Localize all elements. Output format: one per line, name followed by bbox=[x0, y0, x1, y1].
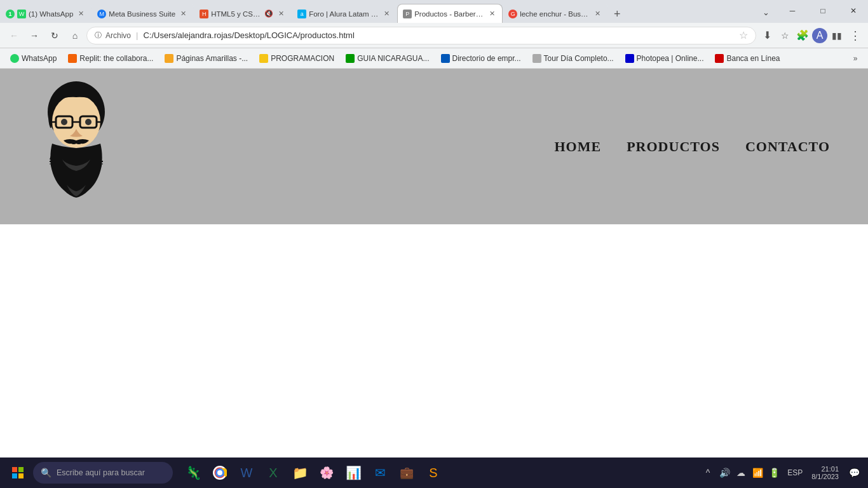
minimize-button[interactable]: ─ bbox=[778, 1, 807, 20]
taskbar-files-icon[interactable]: 📁 bbox=[287, 460, 313, 485]
bookmark-banca[interactable]: Banca en Línea bbox=[710, 53, 785, 64]
chrome-icon bbox=[213, 466, 227, 480]
svg-point-7 bbox=[61, 119, 67, 125]
taskbar-game-icon[interactable]: 🦎 bbox=[180, 460, 206, 485]
address-input[interactable]: ⓘ Archivo | C:/Users/alejandra.rojas/Des… bbox=[86, 27, 756, 44]
tab-productos-close[interactable]: ✕ bbox=[487, 9, 497, 19]
close-button[interactable]: ✕ bbox=[839, 1, 868, 20]
svg-point-20 bbox=[217, 470, 222, 475]
tab-meta-close[interactable]: ✕ bbox=[178, 9, 188, 19]
taskbar-word-icon[interactable]: W bbox=[234, 460, 259, 485]
taskbar-search[interactable]: 🔍 Escribe aquí para buscar bbox=[33, 462, 173, 484]
bookmarks-more-button[interactable]: » bbox=[848, 51, 863, 66]
svg-point-8 bbox=[85, 119, 92, 125]
time-block[interactable]: 21:01 8/1/2023 bbox=[809, 465, 841, 480]
tray-wifi-icon[interactable]: 📶 bbox=[750, 466, 764, 480]
bookmark-paginas[interactable]: Páginas Amarillas -... bbox=[159, 53, 253, 64]
whatsapp-favicon: W bbox=[17, 10, 26, 18]
bk-guia-favicon bbox=[346, 54, 355, 63]
language-label: ESP bbox=[787, 468, 803, 477]
nav-menu: HOME PRODUCTOS CONTACTO bbox=[555, 139, 843, 155]
svg-rect-16 bbox=[12, 473, 17, 478]
bk-tour-favicon bbox=[532, 54, 541, 63]
start-button[interactable] bbox=[5, 460, 31, 485]
bk-whatsapp-label: WhatsApp bbox=[22, 54, 57, 63]
time-display: 21:01 bbox=[821, 465, 839, 473]
search-icon: 🔍 bbox=[41, 468, 51, 478]
tray-battery-icon[interactable]: 🔋 bbox=[767, 466, 781, 480]
taskbar-app5-icon[interactable]: 🌸 bbox=[314, 460, 339, 485]
taskbar-app6-icon[interactable]: 📊 bbox=[341, 460, 366, 485]
taskbar-app7-icon[interactable]: 💼 bbox=[394, 460, 419, 485]
system-tray: ^ 🔊 ☁ 📶 🔋 bbox=[701, 466, 781, 480]
bk-tour-label: Tour Día Completo... bbox=[544, 54, 614, 63]
nav-home[interactable]: HOME bbox=[555, 139, 602, 155]
bk-prog-favicon bbox=[259, 54, 268, 63]
extensions-button[interactable]: 🧩 bbox=[794, 27, 811, 44]
tab-foro-label: Foro | Alura Latam - C... bbox=[309, 10, 379, 18]
tab-leche[interactable]: G leche enchur - Buscar... ✕ bbox=[503, 4, 608, 23]
tab-meta[interactable]: M Meta Business Suite ✕ bbox=[92, 4, 194, 23]
tab-whatsapp-close[interactable]: ✕ bbox=[76, 9, 86, 19]
tab-foro[interactable]: a Foro | Alura Latam - C... ✕ bbox=[292, 4, 397, 23]
bookmark-whatsapp[interactable]: WhatsApp bbox=[5, 53, 62, 64]
maximize-button[interactable]: □ bbox=[808, 1, 837, 20]
bk-replit-label: Replit: the collabora... bbox=[79, 54, 153, 63]
taskbar-chrome-icon[interactable] bbox=[207, 460, 233, 485]
nav-contacto[interactable]: CONTACTO bbox=[745, 139, 830, 155]
reload-button[interactable]: ↻ bbox=[46, 27, 64, 44]
windows-logo-icon bbox=[12, 467, 24, 478]
bookmark-tour[interactable]: Tour Día Completo... bbox=[527, 53, 619, 64]
tray-volume-icon[interactable]: 🔊 bbox=[717, 466, 731, 480]
tab-list-button[interactable]: ⌄ bbox=[757, 4, 774, 20]
browser-frame: 1 W (1) WhatsApp ✕ M Meta Business Suite… bbox=[0, 0, 868, 488]
profile-button[interactable]: A bbox=[812, 28, 827, 43]
tab-leche-label: leche enchur - Buscar... bbox=[520, 10, 590, 18]
taskbar-right: ^ 🔊 ☁ 📶 🔋 ESP 21:01 8/1/2023 💬 bbox=[701, 464, 863, 482]
bookmark-guia[interactable]: GUIA NICARAGUA... bbox=[341, 53, 434, 64]
bookmarks-bar: WhatsApp Replit: the collabora... Página… bbox=[0, 48, 868, 69]
home-button[interactable]: ⌂ bbox=[66, 27, 84, 44]
new-tab-button[interactable]: + bbox=[608, 5, 626, 23]
taskbar-search-placeholder: Escribe aquí para buscar bbox=[57, 468, 145, 477]
bk-photo-label: Photopea | Online... bbox=[637, 54, 704, 63]
download-button[interactable]: ⬇ bbox=[759, 27, 775, 44]
tab-leche-close[interactable]: ✕ bbox=[592, 9, 602, 19]
back-button[interactable]: ← bbox=[5, 27, 23, 44]
muted-icon: 🔇 bbox=[264, 10, 273, 18]
bookmark-star[interactable]: ☆ bbox=[739, 29, 748, 41]
tab-html5-close[interactable]: ✕ bbox=[276, 9, 286, 19]
nav-productos[interactable]: PRODUCTOS bbox=[627, 139, 720, 155]
bk-banca-label: Banca en Línea bbox=[726, 54, 780, 63]
tab-whatsapp[interactable]: 1 W (1) WhatsApp ✕ bbox=[0, 4, 92, 23]
url-text: C:/Users/alejandra.rojas/Desktop/LOGICA/… bbox=[143, 30, 735, 40]
tab-controls: ⌄ bbox=[757, 4, 778, 23]
forward-button[interactable]: → bbox=[25, 27, 43, 44]
bookmark-directorio[interactable]: Directorio de empr... bbox=[436, 53, 526, 64]
taskbar-outlook-icon[interactable]: ✉ bbox=[367, 460, 393, 485]
bookmark-star-btn[interactable]: ☆ bbox=[776, 27, 793, 44]
bk-banca-favicon bbox=[715, 54, 724, 63]
svg-rect-14 bbox=[12, 467, 17, 472]
bk-dir-favicon bbox=[441, 54, 450, 63]
notification-button[interactable]: 💬 bbox=[845, 464, 863, 482]
tab-html5[interactable]: H HTML5 y CSS3 pa... 🔇 ✕ bbox=[194, 4, 292, 23]
tab-foro-close[interactable]: ✕ bbox=[381, 9, 391, 19]
bookmark-replit[interactable]: Replit: the collabora... bbox=[63, 53, 158, 64]
address-actions: ⬇ ☆ 🧩 A ▮▮ ⋮ bbox=[759, 27, 863, 44]
taskbar-sublime-icon[interactable]: S bbox=[421, 460, 446, 485]
bookmark-programacion[interactable]: PROGRAMACION bbox=[254, 53, 339, 64]
tray-up-arrow[interactable]: ^ bbox=[701, 466, 715, 480]
bk-photo-favicon bbox=[625, 54, 634, 63]
separator: | bbox=[136, 30, 138, 40]
cast-button[interactable]: ▮▮ bbox=[829, 27, 845, 44]
tray-cloud-icon[interactable]: ☁ bbox=[734, 466, 748, 480]
tab-productos[interactable]: P Productos - Barberia... ✕ bbox=[397, 4, 503, 23]
meta-favicon: M bbox=[97, 10, 106, 18]
bk-replit-favicon bbox=[68, 54, 77, 63]
menu-button[interactable]: ⋮ bbox=[846, 27, 863, 44]
bookmark-photopea[interactable]: Photopea | Online... bbox=[620, 53, 709, 64]
leche-favicon: G bbox=[508, 10, 517, 18]
logo-area: ALURA ESTD 2020 bbox=[25, 77, 127, 217]
taskbar-excel-icon[interactable]: X bbox=[261, 460, 286, 485]
